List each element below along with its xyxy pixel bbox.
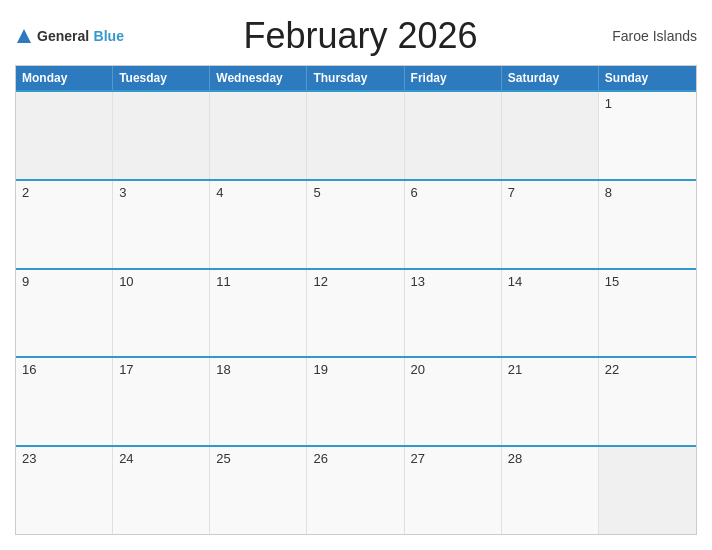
calendar-cell: 4 (210, 181, 307, 268)
day-number: 22 (605, 362, 619, 377)
day-header-wednesday: Wednesday (210, 66, 307, 90)
day-number: 18 (216, 362, 230, 377)
day-number: 3 (119, 185, 126, 200)
day-number: 19 (313, 362, 327, 377)
day-number: 20 (411, 362, 425, 377)
logo-text-general: General (37, 28, 89, 44)
calendar-cell (599, 447, 696, 534)
calendar-cell: 20 (405, 358, 502, 445)
day-header-friday: Friday (405, 66, 502, 90)
day-number: 7 (508, 185, 515, 200)
calendar-cell: 15 (599, 270, 696, 357)
day-number: 6 (411, 185, 418, 200)
calendar-cell: 12 (307, 270, 404, 357)
calendar-cell: 19 (307, 358, 404, 445)
calendar-body: 1234567891011121314151617181920212223242… (16, 90, 696, 534)
calendar-cell: 17 (113, 358, 210, 445)
calendar-cell (405, 92, 502, 179)
calendar-cell: 28 (502, 447, 599, 534)
day-number: 13 (411, 274, 425, 289)
day-number: 15 (605, 274, 619, 289)
calendar-week-2: 2345678 (16, 179, 696, 268)
day-number: 14 (508, 274, 522, 289)
month-title: February 2026 (124, 15, 597, 57)
day-header-saturday: Saturday (502, 66, 599, 90)
calendar-cell: 8 (599, 181, 696, 268)
day-number: 11 (216, 274, 230, 289)
day-number: 24 (119, 451, 133, 466)
calendar-cell (502, 92, 599, 179)
day-number: 5 (313, 185, 320, 200)
day-number: 9 (22, 274, 29, 289)
logo-icon (15, 27, 33, 45)
day-number: 25 (216, 451, 230, 466)
calendar-cell: 1 (599, 92, 696, 179)
day-number: 17 (119, 362, 133, 377)
calendar-cell: 14 (502, 270, 599, 357)
day-header-tuesday: Tuesday (113, 66, 210, 90)
calendar-cell: 23 (16, 447, 113, 534)
day-number: 10 (119, 274, 133, 289)
calendar-cell: 16 (16, 358, 113, 445)
day-number: 16 (22, 362, 36, 377)
day-number: 23 (22, 451, 36, 466)
calendar-cell (307, 92, 404, 179)
calendar-week-1: 1 (16, 90, 696, 179)
day-number: 21 (508, 362, 522, 377)
calendar-cell: 22 (599, 358, 696, 445)
calendar-cell: 26 (307, 447, 404, 534)
calendar-cell (210, 92, 307, 179)
day-number: 4 (216, 185, 223, 200)
calendar-week-4: 16171819202122 (16, 356, 696, 445)
day-number: 28 (508, 451, 522, 466)
calendar-cell: 24 (113, 447, 210, 534)
day-number: 2 (22, 185, 29, 200)
day-header-monday: Monday (16, 66, 113, 90)
calendar-cell: 27 (405, 447, 502, 534)
calendar: MondayTuesdayWednesdayThursdayFridaySatu… (15, 65, 697, 535)
calendar-cell: 3 (113, 181, 210, 268)
calendar-cell: 21 (502, 358, 599, 445)
calendar-cell (113, 92, 210, 179)
calendar-cell: 13 (405, 270, 502, 357)
day-number: 1 (605, 96, 612, 111)
day-header-sunday: Sunday (599, 66, 696, 90)
day-number: 27 (411, 451, 425, 466)
day-header-thursday: Thursday (307, 66, 404, 90)
day-headers-row: MondayTuesdayWednesdayThursdayFridaySatu… (16, 66, 696, 90)
calendar-header: General Blue February 2026 Faroe Islands (15, 15, 697, 57)
calendar-week-5: 232425262728 (16, 445, 696, 534)
calendar-cell: 10 (113, 270, 210, 357)
calendar-cell: 6 (405, 181, 502, 268)
region-label: Faroe Islands (597, 28, 697, 44)
day-number: 12 (313, 274, 327, 289)
calendar-cell: 25 (210, 447, 307, 534)
calendar-cell: 7 (502, 181, 599, 268)
logo-area: General Blue (15, 27, 124, 45)
calendar-cell: 5 (307, 181, 404, 268)
day-number: 26 (313, 451, 327, 466)
logo-text-blue: Blue (94, 28, 124, 44)
calendar-cell: 11 (210, 270, 307, 357)
calendar-cell: 18 (210, 358, 307, 445)
svg-marker-0 (17, 29, 31, 43)
calendar-cell: 2 (16, 181, 113, 268)
calendar-week-3: 9101112131415 (16, 268, 696, 357)
calendar-cell: 9 (16, 270, 113, 357)
day-number: 8 (605, 185, 612, 200)
calendar-cell (16, 92, 113, 179)
